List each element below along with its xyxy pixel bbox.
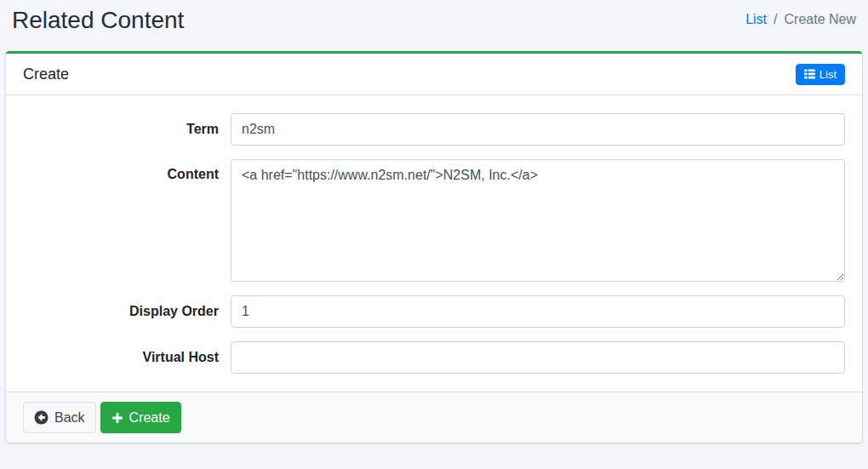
list-button-label: List (819, 69, 837, 80)
breadcrumb-item-list: List (745, 11, 767, 27)
content-label: Content (23, 159, 231, 282)
plus-icon (111, 412, 123, 424)
create-form: Term Content <a href="https://www.n2sm.n… (6, 95, 862, 392)
content-textarea[interactable]: <a href="https://www.n2sm.net/">N2SM, In… (231, 159, 845, 282)
display-order-input-wrap (231, 295, 845, 328)
card-header: Create List (6, 54, 862, 95)
breadcrumb: List / Create New (745, 11, 856, 27)
content-header: Related Content List / Create New (0, 0, 868, 51)
list-button[interactable]: List (796, 64, 845, 85)
term-input[interactable] (231, 113, 845, 146)
display-order-label: Display Order (23, 295, 231, 328)
breadcrumb-link-list[interactable]: List (745, 12, 767, 26)
virtual-host-input-wrap (231, 341, 845, 374)
arrow-circle-left-icon (34, 410, 49, 425)
virtual-host-input[interactable] (231, 341, 845, 374)
form-row-content: Content <a href="https://www.n2sm.net/">… (23, 159, 845, 282)
term-label: Term (23, 113, 231, 146)
page: { "page": { "title": "Related Content", … (0, 0, 868, 469)
create-button-label: Create (129, 409, 170, 426)
virtual-host-label: Virtual Host (23, 341, 231, 374)
card-title: Create (23, 63, 69, 85)
form-row-term: Term (23, 113, 845, 146)
content-input-wrap: <a href="https://www.n2sm.net/">N2SM, In… (231, 159, 845, 282)
form-row-display-order: Display Order (23, 295, 845, 328)
create-button[interactable]: Create (100, 402, 181, 433)
th-list-icon (804, 69, 815, 79)
breadcrumb-current: Create New (785, 11, 856, 27)
back-button[interactable]: Back (23, 402, 96, 433)
term-input-wrap (231, 113, 845, 146)
display-order-input[interactable] (231, 295, 845, 328)
page-title: Related Content (12, 6, 184, 35)
card-footer: Back Create (6, 392, 862, 443)
breadcrumb-separator: / (767, 11, 784, 27)
form-row-virtual-host: Virtual Host (23, 341, 845, 374)
back-button-label: Back (54, 409, 85, 426)
create-card: Create List Term Content (6, 51, 862, 443)
